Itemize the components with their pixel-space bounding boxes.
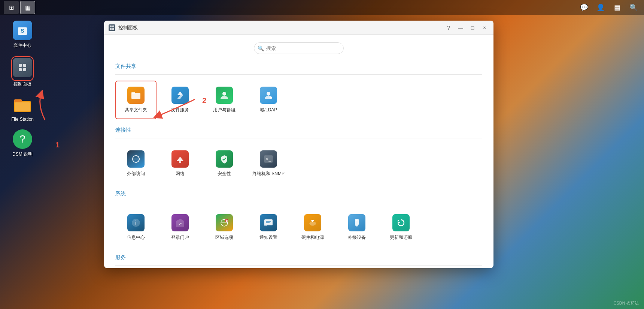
domain-ldap-icon bbox=[260, 87, 277, 104]
taskbar-right: 💬 👤 ▤ 🔍 bbox=[577, 1, 640, 14]
search-input-wrap: 🔍 bbox=[254, 42, 344, 54]
desktop-icon-file-station[interactable]: File Station bbox=[7, 95, 37, 122]
terminal-snmp-icon: >_ bbox=[260, 150, 277, 168]
grid-item-update-restore[interactable]: 更新和还原 bbox=[380, 208, 422, 247]
grid-item-security[interactable]: 安全性 bbox=[204, 144, 245, 183]
hardware-power-icon bbox=[304, 214, 321, 231]
dsm-help-icon: ? bbox=[13, 129, 32, 149]
search-bar: 🔍 bbox=[115, 42, 482, 54]
security-icon bbox=[216, 150, 233, 168]
external-devices-label: 外接设备 bbox=[348, 234, 366, 241]
update-restore-icon bbox=[392, 214, 410, 231]
window-title-icon bbox=[109, 24, 115, 31]
section-divider-file-sharing bbox=[115, 74, 482, 75]
window-title-left: 控制面板 bbox=[109, 24, 138, 31]
file-service-icon bbox=[171, 87, 189, 104]
login-portal-label: 登录门户 bbox=[171, 234, 189, 241]
label-1: 1 bbox=[55, 141, 60, 149]
grid-item-hardware-power[interactable]: 硬件和电源 bbox=[292, 208, 333, 247]
shared-folder-icon bbox=[127, 87, 145, 104]
control-panel-icon bbox=[13, 58, 32, 77]
grid-item-terminal-snmp[interactable]: >_ 终端机和 SNMP bbox=[248, 144, 289, 183]
svg-rect-12 bbox=[112, 28, 114, 30]
network-label: 网络 bbox=[176, 171, 185, 177]
terminal-snmp-label: 终端机和 SNMP bbox=[252, 171, 285, 177]
section-divider-connectivity bbox=[115, 138, 482, 138]
external-access-label: 外部访问 bbox=[127, 171, 145, 177]
taskbar-grid-button[interactable]: ▦ bbox=[20, 1, 35, 14]
taskbar-top: ⊞ ▦ 💬 👤 ▤ 🔍 bbox=[0, 0, 644, 15]
connectivity-grid: 外部访问 网络 bbox=[115, 144, 482, 183]
info-center-icon: i bbox=[127, 214, 145, 231]
user-button[interactable]: 👤 bbox=[594, 1, 607, 14]
dsm-help-label: DSM 说明 bbox=[12, 151, 33, 158]
svg-rect-5 bbox=[23, 68, 26, 71]
grid-item-info-center[interactable]: i 信息中心 bbox=[115, 208, 157, 247]
desktop-icon-control-panel[interactable]: 控制面板 bbox=[7, 56, 37, 87]
package-center-label: 套件中心 bbox=[13, 42, 31, 49]
section-divider-system bbox=[115, 202, 482, 202]
svg-text:⏰: ⏰ bbox=[225, 219, 228, 222]
svg-rect-14 bbox=[131, 92, 135, 94]
svg-rect-8 bbox=[15, 102, 30, 111]
grid-item-shared-folder[interactable]: 共享文件夹 bbox=[115, 81, 157, 119]
window-close-button[interactable]: × bbox=[480, 23, 489, 32]
grid-item-user-group[interactable]: 用户与群组 bbox=[204, 81, 245, 119]
window-minimize-button[interactable]: — bbox=[456, 23, 465, 32]
svg-point-16 bbox=[267, 92, 270, 96]
section-title-file-sharing: 文件共享 bbox=[115, 63, 482, 70]
grid-item-notification[interactable]: 通知设置 bbox=[248, 208, 289, 247]
search-input-icon: 🔍 bbox=[258, 45, 264, 51]
file-station-label: File Station bbox=[11, 117, 34, 122]
svg-rect-2 bbox=[19, 64, 22, 67]
svg-text:i: i bbox=[135, 220, 137, 226]
grid-item-file-service[interactable]: 文件服务 bbox=[160, 81, 201, 119]
svg-point-15 bbox=[222, 92, 226, 96]
grid-item-network[interactable]: 网络 bbox=[160, 144, 201, 183]
section-title-connectivity: 连接性 bbox=[115, 127, 482, 134]
search-button[interactable]: 🔍 bbox=[627, 1, 640, 14]
taskbar-apps-button[interactable]: ⊞ bbox=[4, 1, 19, 14]
region-label: 区域选项 bbox=[215, 234, 233, 241]
file-service-label: 文件服务 bbox=[171, 107, 189, 113]
file-sharing-grid: 共享文件夹 文件服务 bbox=[115, 81, 482, 119]
window-controls: ? — □ × bbox=[444, 23, 489, 32]
login-portal-icon: ↗ bbox=[171, 214, 189, 231]
search-input[interactable] bbox=[254, 42, 344, 54]
message-button[interactable]: 💬 bbox=[577, 1, 591, 14]
region-icon: ⏰ bbox=[216, 214, 233, 231]
user-group-icon bbox=[216, 87, 233, 104]
desktop-icon-package-center[interactable]: S 套件中心 bbox=[7, 21, 37, 49]
network-icon bbox=[171, 150, 189, 168]
label-2: 2 bbox=[202, 96, 206, 105]
section-title-system: 系统 bbox=[115, 190, 482, 197]
hardware-power-label: 硬件和电源 bbox=[301, 234, 324, 241]
svg-rect-7 bbox=[14, 99, 22, 102]
grid-item-external-devices[interactable]: 外接设备 bbox=[336, 208, 377, 247]
watermark: CSDN @药法 bbox=[614, 300, 639, 306]
security-label: 安全性 bbox=[218, 171, 231, 177]
external-access-icon bbox=[127, 150, 145, 168]
grid-item-external-access[interactable]: 外部访问 bbox=[115, 144, 157, 183]
window-title-text: 控制面板 bbox=[118, 24, 138, 31]
svg-rect-13 bbox=[131, 93, 140, 99]
svg-rect-3 bbox=[23, 64, 26, 67]
control-panel-window: 控制面板 ? — □ × 🔍 文件共享 bbox=[104, 21, 493, 268]
grid-item-domain-ldap[interactable]: 域/LDAP bbox=[248, 81, 289, 119]
control-panel-icon-wrapper bbox=[11, 56, 34, 81]
shared-folder-label: 共享文件夹 bbox=[125, 107, 147, 113]
grid-item-login-portal[interactable]: ↗ 登录门户 bbox=[160, 208, 201, 247]
grid-item-region[interactable]: ⏰ 区域选项 bbox=[204, 208, 245, 247]
desktop: ⊞ ▦ 💬 👤 ▤ 🔍 S 套件中心 bbox=[0, 0, 644, 309]
control-panel-label: 控制面板 bbox=[13, 81, 31, 87]
section-title-services: 服务 bbox=[115, 254, 482, 261]
user-group-label: 用户与群组 bbox=[213, 107, 236, 113]
update-restore-label: 更新和还原 bbox=[390, 234, 412, 241]
file-station-icon bbox=[13, 95, 32, 114]
window-manage-button[interactable]: ▤ bbox=[610, 1, 624, 14]
desktop-icon-dsm-help[interactable]: ? DSM 说明 bbox=[7, 129, 37, 158]
notification-icon bbox=[260, 214, 277, 231]
system-grid: i 信息中心 ↗ 登录门户 bbox=[115, 208, 482, 247]
window-help-button[interactable]: ? bbox=[444, 23, 453, 32]
window-maximize-button[interactable]: □ bbox=[468, 23, 477, 32]
